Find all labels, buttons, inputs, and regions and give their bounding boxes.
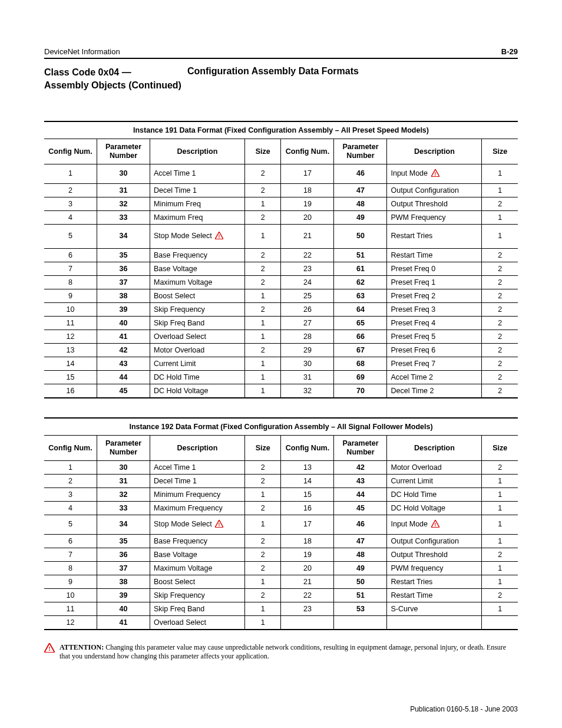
cell-config-num: 16 xyxy=(281,502,334,515)
col-size: Size xyxy=(482,436,518,461)
cell-description: Input Mode ! xyxy=(387,164,482,184)
section-title-right: Configuration Assembly Data Formats xyxy=(181,66,518,91)
cell-parameter-number: 48 xyxy=(334,197,387,211)
cell-parameter-number: 44 xyxy=(334,488,387,502)
cell-size: 1 xyxy=(482,225,518,249)
cell-config-num: 12 xyxy=(44,616,97,630)
cell-description: Overload Select xyxy=(150,330,245,344)
attention-label: ATTENTION: xyxy=(59,643,104,651)
cell-description: Skip Freq Band xyxy=(150,602,245,616)
cell-description: Restart Tries xyxy=(387,225,482,249)
cell-parameter-number: 47 xyxy=(334,184,387,197)
cell-description: Boost Select xyxy=(150,575,245,589)
cell-description: Maximum Frequency xyxy=(150,502,245,515)
cell-size: 2 xyxy=(482,371,518,384)
table-row: 635Base Frequency22251Restart Time2 xyxy=(44,249,518,262)
cell-parameter-number: 33 xyxy=(97,502,150,515)
cell-size: 1 xyxy=(244,289,281,303)
cell-config-num: 17 xyxy=(281,164,334,184)
cell-parameter-number: 48 xyxy=(334,548,387,562)
table-row: 231Decel Time 121443Current Limit1 xyxy=(44,475,518,488)
cell-parameter-number: 35 xyxy=(97,249,150,262)
cell-parameter-number: 45 xyxy=(334,502,387,515)
cell-config-num: 13 xyxy=(44,344,97,357)
cell-config-num: 16 xyxy=(44,384,97,398)
table1-caption: Instance 191 Data Format (Fixed Configur… xyxy=(44,121,518,139)
cell-parameter-number: 41 xyxy=(97,330,150,344)
cell-config-num: 13 xyxy=(281,461,334,475)
cell-size: 2 xyxy=(244,249,281,262)
cell-description: Preset Freq 2 xyxy=(387,289,482,303)
table-row: 1241Overload Select1 xyxy=(44,616,518,630)
svg-text:!: ! xyxy=(434,171,436,177)
cell-parameter-number: 36 xyxy=(97,262,150,276)
cell-parameter-number: 64 xyxy=(334,303,387,317)
cell-size: 1 xyxy=(482,562,518,575)
svg-text:!: ! xyxy=(219,522,220,528)
table-row: 1140Skip Freq Band12765Preset Freq 42 xyxy=(44,317,518,330)
cell-description: Skip Frequency xyxy=(150,589,245,602)
cell-size: 1 xyxy=(482,488,518,502)
cell-config-num: 2 xyxy=(44,184,97,197)
cell-description: Minimum Frequency xyxy=(150,488,245,502)
cell-parameter-number: 67 xyxy=(334,344,387,357)
cell-config-num: 10 xyxy=(44,589,97,602)
cell-size: 1 xyxy=(482,602,518,616)
cell-size: 2 xyxy=(482,249,518,262)
table-row: 1039Skip Frequency22664Preset Freq 32 xyxy=(44,303,518,317)
cell-parameter-number: 38 xyxy=(97,575,150,589)
col-parameter-number: ParameterNumber xyxy=(97,436,150,461)
cell-description: Input Mode ! xyxy=(387,515,482,535)
cell-config-num: 6 xyxy=(44,249,97,262)
cell-config-num: 28 xyxy=(281,330,334,344)
cell-description: Base Voltage xyxy=(150,262,245,276)
cell-size: 1 xyxy=(482,164,518,184)
cell-size: 2 xyxy=(244,276,281,289)
cell-config-num: 4 xyxy=(44,502,97,515)
cell-config-num: 20 xyxy=(281,562,334,575)
cell-description: Motor Overload xyxy=(387,461,482,475)
table-row: 635Base Frequency21847Output Configurati… xyxy=(44,535,518,548)
cell-size: 2 xyxy=(244,303,281,317)
cell-description: DC Hold Voltage xyxy=(150,384,245,398)
warning-icon: ! xyxy=(215,232,223,241)
cell-config-num: 5 xyxy=(44,225,97,249)
cell-config-num: 11 xyxy=(44,602,97,616)
cell-config-num: 5 xyxy=(44,515,97,535)
warning-icon: ! xyxy=(215,520,223,529)
cell-config-num: 3 xyxy=(44,197,97,211)
table-row: 1443Current Limit13068Preset Freq 72 xyxy=(44,357,518,371)
cell-size: 1 xyxy=(482,184,518,197)
col-description: Description xyxy=(150,139,245,164)
table-row: 534Stop Mode Select !11746Input Mode !1 xyxy=(44,515,518,535)
cell-size: 1 xyxy=(482,515,518,535)
cell-description: Overload Select xyxy=(150,616,245,630)
cell-description: Restart Tries xyxy=(387,575,482,589)
cell-description: Output Threshold xyxy=(387,548,482,562)
attention-warning-icon: ! xyxy=(44,643,55,655)
cell-config-num: 22 xyxy=(281,589,334,602)
cell-description: DC Hold Voltage xyxy=(387,502,482,515)
cell-parameter-number: 35 xyxy=(97,535,150,548)
cell-description: Maximum Voltage xyxy=(150,562,245,575)
cell-description: Stop Mode Select ! xyxy=(150,225,245,249)
cell-size: 2 xyxy=(244,475,281,488)
cell-config-num: 8 xyxy=(44,562,97,575)
cell-description: Base Frequency xyxy=(150,535,245,548)
cell-config-num: 18 xyxy=(281,184,334,197)
table-row: 837Maximum Voltage22462Preset Freq 12 xyxy=(44,276,518,289)
header-page-num: B-29 xyxy=(501,47,518,56)
table-row: 938Boost Select12563Preset Freq 22 xyxy=(44,289,518,303)
col-config-num: Config Num. xyxy=(281,436,334,461)
cell-size: 2 xyxy=(482,303,518,317)
table-row: 1140Skip Freq Band12353S-Curve1 xyxy=(44,602,518,616)
cell-config-num: 12 xyxy=(44,330,97,344)
cell-size: 1 xyxy=(244,317,281,330)
cell-parameter-number: 68 xyxy=(334,357,387,371)
col-parameter-number: ParameterNumber xyxy=(334,436,387,461)
cell-size: 2 xyxy=(482,384,518,398)
cell-description: Maximum Freq xyxy=(150,211,245,225)
cell-config-num: 18 xyxy=(281,535,334,548)
cell-config-num: 21 xyxy=(281,575,334,589)
cell-parameter-number: 45 xyxy=(97,384,150,398)
